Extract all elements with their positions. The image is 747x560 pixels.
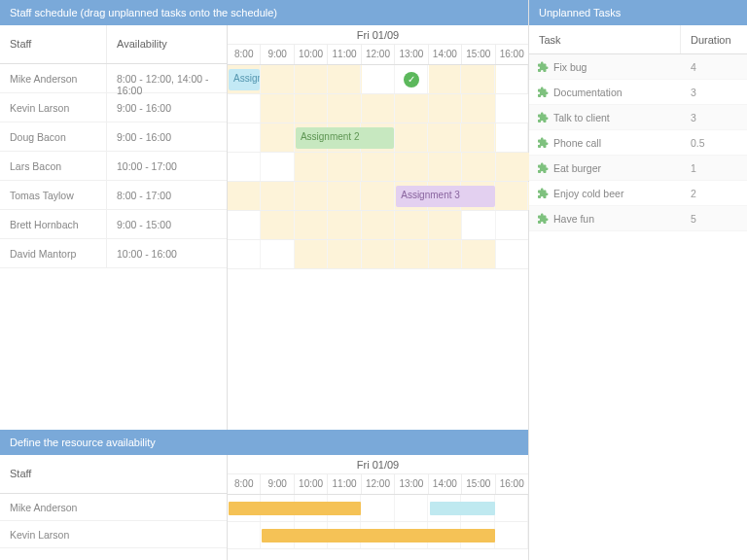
- puzzle-icon: [537, 162, 549, 174]
- schedule-panel-header: Staff schedule (drag unplanned tasks ont…: [0, 0, 528, 25]
- staff-row: Brett Hornbach9:00 - 15:00: [0, 210, 227, 239]
- staff-availability: 9:00 - 15:00: [107, 210, 227, 238]
- staff-availability: 8:00 - 12:00, 14:00 - 16:00: [107, 64, 227, 92]
- availability-bar[interactable]: [430, 502, 495, 515]
- task-duration: 0.5: [681, 137, 747, 149]
- staff-row: Tomas Taylow8:00 - 17:00: [0, 181, 227, 210]
- hour-header: 16:00: [496, 45, 528, 64]
- col-header-duration: Duration: [681, 25, 747, 53]
- assignment-block[interactable]: Assignment 3: [396, 186, 494, 207]
- puzzle-icon: [537, 213, 549, 225]
- task-duration: 5: [681, 213, 747, 225]
- hour-header: 16:00: [496, 474, 528, 494]
- schedule-row[interactable]: Assign✓: [228, 65, 528, 94]
- staff-row: Lars Bacon10:00 - 17:00: [0, 152, 227, 181]
- availability-bar[interactable]: [262, 529, 494, 542]
- availability-row[interactable]: [228, 495, 528, 522]
- puzzle-icon: [537, 87, 549, 98]
- task-label: Enjoy cold beer: [553, 188, 623, 199]
- schedule-row[interactable]: [228, 94, 528, 123]
- task-duration: 3: [681, 112, 747, 123]
- hour-header: 8:00: [228, 45, 261, 64]
- hour-header: 9:00: [261, 474, 294, 494]
- task-row[interactable]: Talk to client3: [529, 105, 747, 130]
- staff-name: Doug Bacon: [0, 122, 107, 151]
- hour-header: 11:00: [328, 474, 361, 494]
- availability-row[interactable]: [228, 522, 528, 549]
- col-header-staff: Staff: [0, 25, 107, 63]
- task-row[interactable]: Eat burger1: [529, 156, 747, 181]
- availability-staff-row: Mike Anderson: [0, 494, 227, 521]
- availability-bar[interactable]: [229, 502, 361, 515]
- staff-row: Doug Bacon9:00 - 16:00: [0, 122, 227, 152]
- staff-name: Mike Anderson: [0, 64, 107, 92]
- staff-availability: 8:00 - 17:00: [107, 181, 227, 209]
- staff-availability: 10:00 - 17:00: [107, 152, 227, 180]
- assignment-block[interactable]: Assign: [229, 69, 260, 90]
- col-header-task: Task: [529, 25, 681, 53]
- schedule-row[interactable]: Assignment 3: [228, 182, 528, 211]
- puzzle-icon: [537, 188, 549, 199]
- hour-header: 8:00: [228, 474, 261, 494]
- availability-panel-header: Define the resource availability: [0, 430, 528, 455]
- hour-header: 12:00: [362, 45, 395, 64]
- assignment-block[interactable]: Assignment 2: [296, 127, 394, 149]
- task-duration: 3: [681, 87, 747, 98]
- schedule-row[interactable]: [228, 211, 528, 240]
- hour-header: 13:00: [395, 474, 428, 494]
- task-row[interactable]: Fix bug4: [529, 54, 747, 80]
- availability-date: Fri 01/09: [228, 455, 528, 474]
- task-row[interactable]: Documentation3: [529, 80, 747, 105]
- puzzle-icon: [537, 112, 549, 123]
- schedule-row[interactable]: Assignment 2: [228, 123, 528, 153]
- task-duration: 4: [681, 61, 747, 73]
- hour-header: 13:00: [395, 45, 428, 64]
- task-label: Phone call: [553, 137, 601, 149]
- staff-name: Brett Hornbach: [0, 210, 107, 238]
- puzzle-icon: [537, 137, 549, 149]
- hour-header: 14:00: [429, 45, 462, 64]
- task-label: Have fun: [553, 213, 594, 225]
- task-label: Fix bug: [553, 61, 587, 73]
- hour-header: 14:00: [429, 474, 462, 494]
- hour-header: 10:00: [295, 45, 328, 64]
- staff-availability: 9:00 - 16:00: [107, 93, 227, 122]
- task-label: Talk to client: [553, 112, 610, 123]
- avail-col-header-staff: Staff: [0, 455, 227, 494]
- puzzle-icon: [537, 61, 549, 73]
- schedule-date: Fri 01/09: [228, 25, 528, 45]
- hour-header: 15:00: [462, 45, 495, 64]
- hour-header: 11:00: [328, 45, 361, 64]
- col-header-availability: Availability: [107, 25, 227, 63]
- hour-header: 9:00: [261, 45, 294, 64]
- task-duration: 1: [681, 162, 747, 174]
- staff-name: Kevin Larson: [0, 93, 107, 122]
- schedule-row[interactable]: [228, 153, 528, 182]
- task-duration: 2: [681, 188, 747, 199]
- task-row[interactable]: Phone call0.5: [529, 130, 747, 156]
- staff-row: Mike Anderson8:00 - 12:00, 14:00 - 16:00: [0, 64, 227, 93]
- availability-grid[interactable]: Staff Mike AndersonKevin Larson Fri 01/0…: [0, 455, 528, 560]
- task-label: Documentation: [553, 87, 622, 98]
- tasks-panel-header: Unplanned Tasks: [529, 0, 747, 25]
- availability-staff-row: Kevin Larson: [0, 521, 227, 548]
- staff-availability: 9:00 - 16:00: [107, 122, 227, 151]
- hour-header: 12:00: [362, 474, 395, 494]
- staff-availability: 10:00 - 16:00: [107, 239, 227, 267]
- staff-name: David Mantorp: [0, 239, 107, 267]
- staff-name: Lars Bacon: [0, 152, 107, 180]
- schedule-row[interactable]: [228, 240, 528, 269]
- staff-row: Kevin Larson9:00 - 16:00: [0, 93, 227, 122]
- schedule-grid[interactable]: Staff Availability Mike Anderson8:00 - 1…: [0, 25, 528, 430]
- staff-name: Tomas Taylow: [0, 181, 107, 209]
- task-label: Eat burger: [553, 162, 601, 174]
- staff-row: David Mantorp10:00 - 16:00: [0, 239, 227, 268]
- hour-header: 10:00: [295, 474, 328, 494]
- task-row[interactable]: Enjoy cold beer2: [529, 181, 747, 206]
- hour-header: 15:00: [462, 474, 495, 494]
- task-row[interactable]: Have fun5: [529, 206, 747, 231]
